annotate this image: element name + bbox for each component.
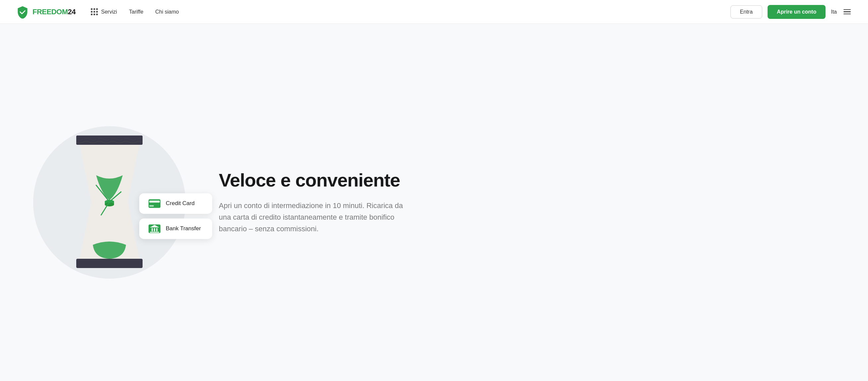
svg-rect-2 xyxy=(76,259,143,268)
bank-transfer-option[interactable]: Bank Transfer xyxy=(139,218,212,239)
logo-shield-icon xyxy=(16,5,29,19)
grid-icon xyxy=(91,8,98,15)
hamburger-menu[interactable] xyxy=(842,8,852,16)
illustration-area: Credit Card Bank Transfer xyxy=(27,126,192,279)
bank-col-3 xyxy=(156,228,157,231)
logo-link[interactable]: FREEDOM24 xyxy=(16,5,75,19)
hourglass-illustration xyxy=(70,136,149,269)
payment-cards: Credit Card Bank Transfer xyxy=(139,193,212,239)
hamburger-line3 xyxy=(843,13,851,14)
bank-transfer-label: Bank Transfer xyxy=(166,225,201,232)
bank-transfer-icon xyxy=(149,224,160,233)
language-selector[interactable]: Ita xyxy=(831,9,837,15)
main-content: Credit Card Bank Transfer xyxy=(0,24,868,381)
bank-columns xyxy=(152,228,157,231)
nav-links: Servizi Tariffe Chi siamo xyxy=(86,6,731,18)
credit-card-label: Credit Card xyxy=(166,200,195,207)
logo-text: FREEDOM24 xyxy=(32,8,75,16)
svg-point-9 xyxy=(108,200,111,203)
entra-button[interactable]: Entra xyxy=(731,5,762,19)
nav-tariffe[interactable]: Tariffe xyxy=(124,6,148,18)
credit-card-visual xyxy=(149,200,160,207)
hamburger-line2 xyxy=(843,11,851,12)
bank-col-1 xyxy=(152,228,153,231)
navbar: FREEDOM24 Servizi Tariffe Chi siamo Entr… xyxy=(0,0,868,24)
headline: Veloce e conveniente xyxy=(219,170,444,190)
bank-roof xyxy=(150,224,159,227)
hamburger-line1 xyxy=(843,9,851,10)
bank-visual xyxy=(150,224,159,233)
bank-base xyxy=(150,232,159,233)
text-area: Veloce e conveniente Apri un conto di in… xyxy=(219,170,444,235)
nav-right: Entra Aprire un conto Ita xyxy=(731,5,852,19)
open-account-button[interactable]: Aprire un conto xyxy=(768,5,826,19)
svg-rect-1 xyxy=(76,136,143,145)
nav-servizi[interactable]: Servizi xyxy=(86,6,122,18)
bank-col-2 xyxy=(154,228,155,231)
credit-card-icon xyxy=(149,199,160,208)
credit-card-option[interactable]: Credit Card xyxy=(139,193,212,214)
description: Apri un conto di intermediazione in 10 m… xyxy=(219,200,411,235)
nav-chi-siamo[interactable]: Chi siamo xyxy=(151,6,183,18)
